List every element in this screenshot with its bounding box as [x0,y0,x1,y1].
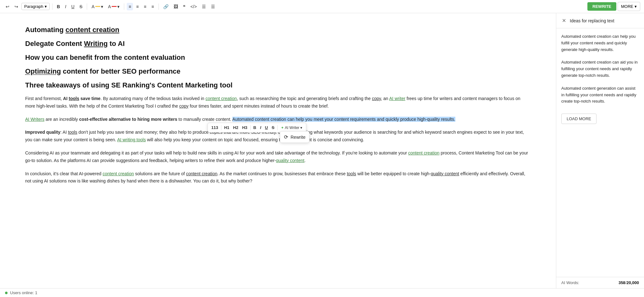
suggestion-item-3[interactable]: Automated content generation can assist … [561,85,639,105]
link-icon: 🔗 [163,4,169,9]
right-panel: ✕ Ideas for replacing text Automated con… [556,13,644,288]
code-button[interactable]: </> [189,3,199,10]
panel-footer: AI Words: 358/20,000 [556,277,644,288]
font-color-button[interactable]: A ▾ [106,3,121,10]
strikethrough-button[interactable]: S [78,3,84,10]
inline-divider-3 [277,125,278,130]
paragraph-1: First and foremost, AI tools save time. … [25,95,531,110]
main-layout: Automating content creation Delegate Con… [0,13,644,288]
divider-4 [158,3,159,10]
ai-writer-icon: ✦ [281,126,284,130]
heading-3: How you can benefit from the content eva… [25,53,531,62]
main-toolbar: ↩ ↪ Paragraph ▾ B I U S A ▾ A ▾ ≡ ≡ ≡ ≡ … [0,0,644,13]
undo-icon: ↩ [6,4,9,9]
paragraph-label: Paragraph [24,4,43,9]
image-button[interactable]: 🖼 [172,3,180,10]
chevron-down-icon: ▾ [635,4,637,9]
rewrite-button[interactable]: REWRITE [587,2,616,11]
suggestion-item-1[interactable]: Automated content creation can help you … [561,33,639,53]
more-label: MORE [621,4,633,9]
inline-strikethrough-btn[interactable]: S [270,124,276,131]
ordered-list-icon: ☰ [211,4,215,9]
rewrite-popup[interactable]: ⟳ Rewrite [280,131,309,143]
italic-button[interactable]: I [63,3,68,10]
inline-underline-btn[interactable]: U [264,124,269,131]
undo-button[interactable]: ↩ [4,3,11,10]
ai-writer-label: AI Writer [285,126,299,130]
divider-2 [87,3,87,10]
font-color-icon: A [108,4,111,9]
heading-4-optimizing: Optimizing [25,67,61,75]
inline-italic-btn[interactable]: I [258,124,263,131]
font-size-label: 113 [211,125,218,130]
inline-divider-2 [250,125,251,130]
align-right-button[interactable]: ≡ [142,3,148,10]
chevron-down-icon: ▾ [101,4,103,9]
paragraph-2: AI Writers are an incredibly cost-effect… [25,116,531,123]
panel-title: Ideas for replacing text [570,18,614,23]
redo-button[interactable]: ↪ [13,3,20,10]
heading-4: Optimizing content for better SEO perfor… [25,67,531,76]
status-bar: Users online: 1 [0,288,644,297]
bold-button[interactable]: B [55,3,62,10]
inline-divider-1 [221,125,221,130]
inline-h1-btn[interactable]: H1 [223,124,231,131]
align-left-icon: ≡ [129,4,131,9]
align-center-icon: ≡ [136,4,139,9]
word-count-total: 20,000 [626,280,639,285]
rewrite-popup-icon: ⟳ [284,134,288,140]
align-left-button[interactable]: ≡ [127,3,133,10]
ordered-list-button[interactable]: ☰ [209,3,217,10]
paragraph-4: Considering AI as your teammate and dele… [25,149,531,165]
online-status-label: Users online: 1 [10,290,37,295]
ai-writer-btn[interactable]: ✦ AI Writer ▾ [279,125,304,131]
heading-2-link: Writing [84,40,108,48]
close-icon: ✕ [562,18,566,23]
inline-h3-btn[interactable]: H3 [241,124,249,131]
online-status-dot [5,292,8,294]
word-count-value: 358 [619,280,625,285]
justify-button[interactable]: ≡ [149,3,156,10]
divider-3 [124,3,124,10]
heading-2: Delegate Content Writing to AI [25,40,531,48]
redo-icon: ↪ [14,4,18,9]
inline-bold-btn[interactable]: B [252,124,258,131]
underline-button[interactable]: U [69,3,76,10]
panel-close-button[interactable]: ✕ [561,17,567,24]
editor-area[interactable]: Automating content creation Delegate Con… [0,13,556,288]
suggestion-item-2[interactable]: Automated content creation can aid you i… [561,59,639,79]
inline-h2-btn[interactable]: H2 [231,124,240,131]
heading-1-link: content creation [65,26,119,34]
link-button[interactable]: 🔗 [161,3,170,10]
load-more-button[interactable]: LOAD MORE [561,114,597,124]
heading-1: Automating content creation [25,26,531,34]
panel-header: ✕ Ideas for replacing text [556,13,644,28]
divider-1 [52,3,53,10]
bullet-list-button[interactable]: ☰ [200,3,208,10]
highlight-icon: A [92,4,94,9]
justify-icon: ≡ [151,4,154,9]
bullet-list-icon: ☰ [202,4,206,9]
blockquote-button[interactable]: ❝ [181,3,187,10]
ai-writer-chevron: ▾ [300,126,302,130]
paragraph-5: In conclusion, it's clear that AI-powere… [25,170,531,185]
paragraph-style-select[interactable]: Paragraph ▾ [21,3,50,10]
heading-5: Three takeaways of using SE Ranking's Co… [25,81,531,89]
word-count: 358/20,000 [619,280,639,285]
chevron-down-icon: ▾ [117,4,119,9]
rewrite-popup-label: Rewrite [291,135,305,140]
blockquote-icon: ❝ [183,4,186,9]
chevron-down-icon: ▾ [45,4,47,9]
image-icon: 🖼 [174,4,178,9]
highlight-color-button[interactable]: A ▾ [90,3,105,10]
panel-body[interactable]: Automated content creation can help you … [556,28,644,277]
align-center-button[interactable]: ≡ [134,3,141,10]
align-right-icon: ≡ [144,4,146,9]
more-button[interactable]: MORE ▾ [618,2,640,11]
code-icon: </> [191,4,197,9]
font-size-btn[interactable]: 113 [210,124,220,131]
editor-content: Automating content creation Delegate Con… [25,26,531,185]
ai-words-label: AI Words: [561,280,579,285]
